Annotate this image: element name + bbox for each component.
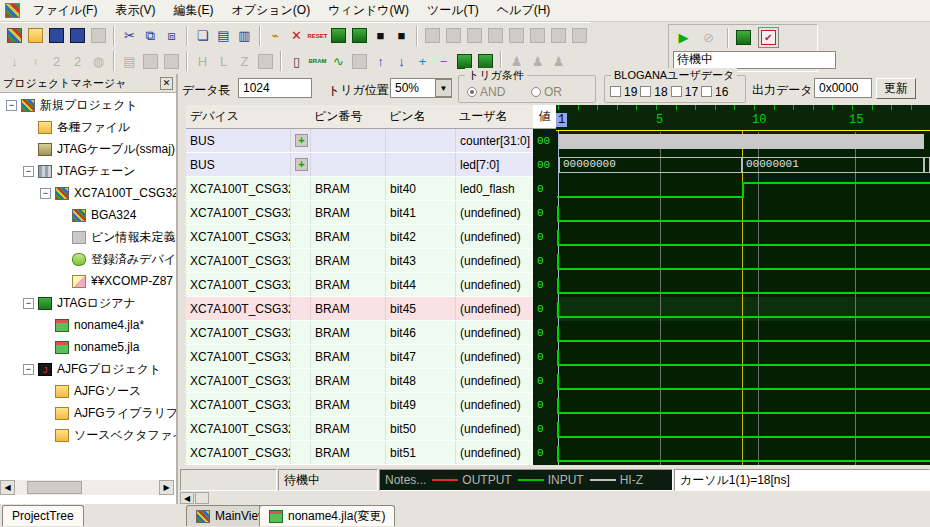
chip-scan-icon[interactable]: [328, 25, 349, 46]
tree-item-6[interactable]: ピン情報未定義: [0, 226, 176, 248]
blogana-bit-17-checkbox[interactable]: 17: [671, 85, 698, 99]
bram-icon[interactable]: BRAM: [307, 51, 328, 72]
table-row[interactable]: XC7A100T_CSG324BRAMbit50(undefined): [186, 417, 533, 441]
tree-item-2[interactable]: JTAGケーブル(ssmaj): [0, 138, 176, 160]
table-row[interactable]: XC7A100T_CSG324BRAMbit47(undefined): [186, 345, 533, 369]
tree-item-8[interactable]: ¥¥XCOMP-Z87: [0, 270, 176, 292]
table-row[interactable]: XC7A100T_CSG324BRAMbit42(undefined): [186, 225, 533, 249]
table-row[interactable]: XC7A100T_CSG324BRAMbit40led0_flash: [186, 177, 533, 201]
run-status-field[interactable]: [673, 51, 836, 69]
tree-item-14[interactable]: AJFGライブラリファイル: [0, 402, 176, 424]
copy-icon[interactable]: ⧉: [140, 25, 161, 46]
table-row[interactable]: XC7A100T_CSG324BRAMbit48(undefined): [186, 369, 533, 393]
menu-item-6[interactable]: ヘルプ(H): [488, 0, 560, 22]
expand-bus-icon[interactable]: +: [295, 134, 308, 147]
chip-route-icon[interactable]: [349, 25, 370, 46]
tree-item-0[interactable]: −新規プロジェクト: [0, 94, 176, 116]
palette-icon[interactable]: [4, 25, 25, 46]
notes-link[interactable]: Notes...: [385, 473, 426, 487]
menu-item-1[interactable]: 表示(V): [106, 0, 164, 22]
close-panel-icon[interactable]: ✕: [160, 77, 173, 90]
scroll-right-icon[interactable]: ▶: [159, 480, 174, 495]
open-icon[interactable]: [25, 25, 46, 46]
tree-item-7[interactable]: 登録済みデバイス: [0, 248, 176, 270]
menu-item-0[interactable]: ファイル(F): [24, 0, 106, 22]
paste-icon[interactable]: ⧈: [161, 25, 182, 46]
tab-project-tree[interactable]: ProjectTree: [2, 505, 84, 526]
tree-item-9[interactable]: −JTAGロジアナ: [0, 292, 176, 314]
stop-button[interactable]: ⊘: [698, 27, 719, 48]
scroll-left-icon[interactable]: ◀: [0, 480, 15, 495]
chevron-down-icon[interactable]: ▼: [435, 79, 452, 97]
move-down-icon[interactable]: ↓: [391, 51, 412, 72]
waveform-icon[interactable]: ∿: [328, 51, 349, 72]
apply-check-button[interactable]: ✔: [758, 27, 779, 48]
probe-connect-icon[interactable]: ⌁: [265, 25, 286, 46]
scrollbar-thumb[interactable]: [27, 481, 82, 494]
tree-item-13[interactable]: AJFGソース: [0, 380, 176, 402]
output-data-input[interactable]: [814, 78, 872, 98]
jla-file-icon: [269, 510, 283, 523]
reset-button-icon[interactable]: RESET: [307, 25, 328, 46]
probe-disconnect-icon[interactable]: ✕: [286, 25, 307, 46]
tree-item-11[interactable]: noname5.jla: [0, 336, 176, 358]
and-radio[interactable]: AND: [467, 85, 505, 99]
waveform-view[interactable]: 151015 0000000000000001: [556, 105, 930, 465]
table-row[interactable]: XC7A100T_CSG324BRAMbit45(undefined): [186, 297, 533, 321]
tree-expander-icon[interactable]: −: [23, 364, 34, 375]
waveform-row-bit49: [556, 393, 930, 417]
blogana-bit-18-checkbox[interactable]: 18: [640, 85, 667, 99]
table-row[interactable]: BUS+counter[31:0]: [186, 129, 533, 153]
tree-expander-icon[interactable]: −: [23, 298, 34, 309]
value-cell: 0: [533, 201, 556, 225]
menu-item-3[interactable]: オプション(O): [222, 0, 319, 22]
tree-item-10[interactable]: noname4.jla*: [0, 314, 176, 336]
table-row[interactable]: XC7A100T_CSG324BRAMbit51(undefined): [186, 441, 533, 465]
expand-bus-icon[interactable]: +: [295, 158, 308, 171]
tree-item-12[interactable]: −AJFGプロジェクト: [0, 358, 176, 380]
menu-item-2[interactable]: 編集(E): [164, 0, 222, 22]
waveform-ruler[interactable]: 151015: [556, 105, 930, 131]
sidebar-hscrollbar[interactable]: ◀ ▶: [0, 480, 174, 495]
table-row[interactable]: XC7A100T_CSG324BRAMbit46(undefined): [186, 321, 533, 345]
cut-icon[interactable]: ✂: [119, 25, 140, 46]
cascade-windows-icon[interactable]: ❏: [192, 25, 213, 46]
data-length-input[interactable]: [238, 78, 312, 98]
table-row[interactable]: XC7A100T_CSG324BRAMbit41(undefined): [186, 201, 533, 225]
toolbar-separator: [186, 51, 188, 71]
tab-noname4[interactable]: noname4.jla(変更): [259, 505, 395, 526]
zoom-out-icon[interactable]: −: [433, 51, 454, 72]
table-row[interactable]: BUS+led[7:0]: [186, 153, 533, 177]
zoom-in-icon[interactable]: +: [412, 51, 433, 72]
tree-item-3[interactable]: −JTAGチェーン: [0, 160, 176, 182]
menu-item-4[interactable]: ウィンドウ(W): [319, 0, 418, 22]
tree-expander-icon[interactable]: −: [23, 166, 34, 177]
blogana-bit-19-checkbox[interactable]: 19: [610, 85, 637, 99]
tree-expander-icon[interactable]: −: [6, 100, 17, 111]
tree-expander-icon[interactable]: −: [40, 188, 51, 199]
table-row[interactable]: XC7A100T_CSG324BRAMbit49(undefined): [186, 393, 533, 417]
tree-item-4[interactable]: −XC7A100T_CSG324: [0, 182, 176, 204]
menu-item-5[interactable]: ツール(T): [418, 0, 488, 22]
scrollbar-stub[interactable]: [195, 492, 209, 504]
update-button[interactable]: 更新: [876, 78, 916, 99]
blogana-bit-16-checkbox[interactable]: 16: [701, 85, 728, 99]
tile-horizontal-icon[interactable]: ▤: [213, 25, 234, 46]
or-radio[interactable]: OR: [531, 85, 562, 99]
table-header: デバイス ピン番号 ピン名 ユーザ名: [186, 105, 533, 129]
run-button[interactable]: ▶: [673, 27, 694, 48]
save-icon[interactable]: [46, 25, 67, 46]
tree-item-15[interactable]: ソースベクタファイル: [0, 424, 176, 446]
table-row[interactable]: XC7A100T_CSG324BRAMbit44(undefined): [186, 273, 533, 297]
tree-item-5[interactable]: BGA324: [0, 204, 176, 226]
table-row[interactable]: XC7A100T_CSG324BRAMbit43(undefined): [186, 249, 533, 273]
move-up-icon[interactable]: ↑: [370, 51, 391, 72]
device-active-button[interactable]: [733, 27, 754, 48]
save-as-icon[interactable]: [67, 25, 88, 46]
add-device-list-icon[interactable]: ■: [391, 25, 412, 46]
tile-vertical-icon[interactable]: ▥: [234, 25, 255, 46]
add-device-icon[interactable]: ■: [370, 25, 391, 46]
scroll-left-icon[interactable]: ◀: [180, 492, 194, 504]
new-doc-icon[interactable]: ▯: [286, 51, 307, 72]
tree-item-1[interactable]: 各種ファイル: [0, 116, 176, 138]
